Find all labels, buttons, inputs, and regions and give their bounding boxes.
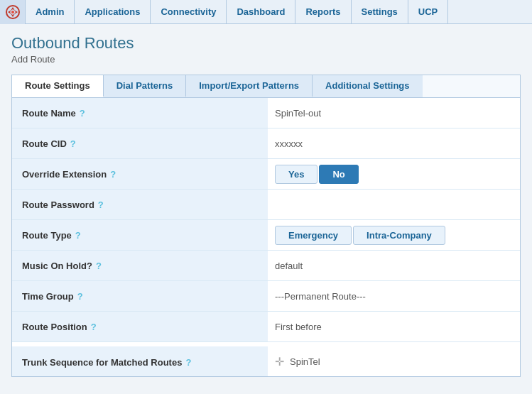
- tab-additional-settings[interactable]: Additional Settings: [313, 75, 422, 97]
- tab-dial-patterns[interactable]: Dial Patterns: [104, 75, 186, 97]
- page-subtitle: Add Route: [11, 54, 521, 65]
- form-row-route-cid: Route CID ?: [12, 128, 520, 159]
- override-extension-help-icon[interactable]: ?: [110, 169, 116, 180]
- route-cid-input[interactable]: [275, 138, 513, 149]
- route-password-label: Route Password: [22, 199, 94, 210]
- form-row-route-position: Route Position ?: [12, 312, 520, 342]
- route-type-toggle: Emergency Intra-Company: [275, 226, 445, 245]
- route-type-label: Route Type: [22, 230, 72, 241]
- route-type-help-icon[interactable]: ?: [75, 230, 81, 241]
- route-position-label: Route Position: [22, 322, 87, 332]
- music-on-hold-label: Music On Hold?: [22, 261, 92, 271]
- route-password-help-icon[interactable]: ?: [98, 199, 104, 210]
- override-extension-label: Override Extension: [22, 169, 107, 180]
- override-extension-no-btn[interactable]: No: [319, 165, 358, 184]
- trunk-sequence-label: Trunk Sequence for Matched Routes: [22, 357, 182, 368]
- trunk-item: ✛ SpinTel: [275, 355, 320, 368]
- route-type-emergency-btn[interactable]: Emergency: [275, 226, 352, 245]
- route-password-input[interactable]: [275, 199, 513, 210]
- page-title: Outbound Routes: [11, 34, 521, 53]
- override-extension-yes-btn[interactable]: Yes: [275, 165, 317, 184]
- tab-import-export[interactable]: Import/Export Patterns: [186, 75, 313, 97]
- form-row-trunk-sequence: Trunk Sequence for Matched Routes ? ✛ Sp…: [12, 342, 520, 376]
- form-row-route-type: Route Type ? Emergency Intra-Company: [12, 220, 520, 251]
- music-on-hold-help-icon[interactable]: ?: [96, 261, 102, 271]
- nav-tab-settings[interactable]: Settings: [352, 0, 408, 24]
- route-name-input[interactable]: [275, 108, 513, 119]
- music-on-hold-input[interactable]: [275, 261, 513, 271]
- form-row-override-extension: Override Extension ? Yes No: [12, 159, 520, 190]
- route-cid-help-icon[interactable]: ?: [70, 138, 76, 149]
- form-row-route-password: Route Password ?: [12, 190, 520, 220]
- form-row-route-name: Route Name ?: [12, 98, 520, 128]
- override-extension-toggle: Yes No: [275, 165, 359, 184]
- time-group-input[interactable]: [275, 291, 513, 302]
- form-row-time-group: Time Group ?: [12, 281, 520, 312]
- route-position-help-icon[interactable]: ?: [91, 322, 97, 332]
- route-type-intra-company-btn[interactable]: Intra-Company: [353, 226, 445, 245]
- route-cid-label: Route CID: [22, 138, 67, 149]
- form-container: Route Name ? Route CID ? Override Extens…: [11, 97, 521, 377]
- top-nav: Admin Applications Connectivity Dashboar…: [0, 0, 532, 24]
- drag-handle-icon[interactable]: ✛: [275, 355, 284, 368]
- trunk-name: SpinTel: [290, 356, 320, 367]
- nav-tab-connectivity[interactable]: Connectivity: [151, 0, 227, 24]
- logo: [0, 0, 26, 24]
- nav-tab-applications[interactable]: Applications: [75, 0, 151, 24]
- nav-tab-reports[interactable]: Reports: [295, 0, 351, 24]
- route-name-label: Route Name: [22, 108, 76, 119]
- route-position-input[interactable]: [275, 322, 513, 332]
- tab-bar: Route Settings Dial Patterns Import/Expo…: [11, 75, 521, 97]
- form-row-music-on-hold: Music On Hold? ?: [12, 251, 520, 281]
- route-name-help-icon[interactable]: ?: [80, 108, 85, 119]
- nav-tab-dashboard[interactable]: Dashboard: [227, 0, 295, 24]
- time-group-help-icon[interactable]: ?: [77, 291, 83, 302]
- trunk-sequence-help-icon[interactable]: ?: [185, 357, 191, 368]
- time-group-label: Time Group: [22, 291, 74, 302]
- nav-tab-ucp[interactable]: UCP: [408, 0, 448, 24]
- nav-tab-admin[interactable]: Admin: [26, 0, 75, 24]
- tab-route-settings[interactable]: Route Settings: [12, 75, 104, 97]
- svg-point-1: [11, 11, 14, 13]
